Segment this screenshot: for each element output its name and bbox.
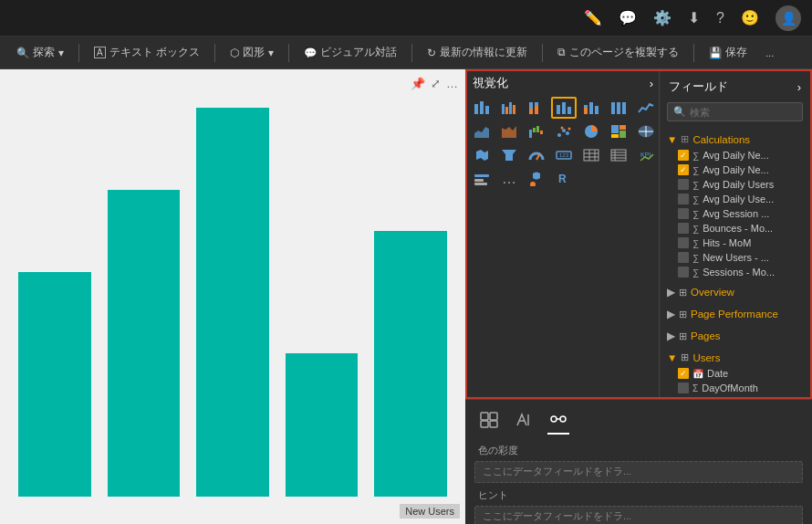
field-check-date: ✓ xyxy=(678,368,689,379)
viz-icon-filled-map[interactable] xyxy=(469,144,494,166)
visualization-title: 視覚化 xyxy=(473,75,508,91)
comment-icon[interactable]: 💬 xyxy=(619,9,637,26)
color-saturation-label: 色の彩度 xyxy=(465,442,812,459)
viz-icon-100pct-column[interactable] xyxy=(606,97,631,119)
toolbar-refresh[interactable]: ↻ 最新の情報に更新 xyxy=(420,42,535,63)
download-icon[interactable]: ⬇ xyxy=(688,9,700,26)
svg-rect-55 xyxy=(474,174,489,177)
viz-icon-stacked-column[interactable] xyxy=(578,97,604,119)
viz-tab-analytics-icon[interactable] xyxy=(547,409,569,435)
toolbar-shapes[interactable]: ⬡ 図形 ▾ xyxy=(223,42,281,63)
field-group-page-perf-header[interactable]: ▶ ⊞ Page Performance xyxy=(660,305,810,323)
field-group-overview: ▶ ⊞ Overview xyxy=(660,281,810,303)
hint-label: ヒント xyxy=(465,487,812,504)
svg-rect-1 xyxy=(480,101,484,114)
toolbar-save[interactable]: 💾 保存 xyxy=(702,42,755,63)
field-icon-date: 📅 xyxy=(692,369,703,379)
viz-tab-fields-icon[interactable] xyxy=(478,410,500,434)
viz-icon-100pct-bar[interactable] xyxy=(524,97,549,119)
fields-expand-icon[interactable]: › xyxy=(797,80,801,94)
svg-point-58 xyxy=(530,182,536,186)
pin-icon[interactable]: 📌 xyxy=(411,77,425,90)
pencil-icon[interactable]: ✏️ xyxy=(584,9,602,26)
save-icon: 💾 xyxy=(709,47,722,59)
viz-icon-stacked-bar[interactable] xyxy=(469,97,494,119)
field-item-avg-daily-use[interactable]: ∑ Avg Daily Use... xyxy=(660,192,810,206)
viz-icon-slicer[interactable] xyxy=(469,168,494,190)
viz-icon-treemap[interactable] xyxy=(606,121,631,142)
help-icon[interactable]: ? xyxy=(716,10,724,26)
gear-icon[interactable]: ⚙️ xyxy=(653,9,671,26)
svg-marker-22 xyxy=(502,126,516,138)
collapse-icon-overview: ▶ xyxy=(667,286,675,299)
viz-icon-pie[interactable] xyxy=(578,121,604,142)
viz-icon-map[interactable] xyxy=(633,121,659,142)
field-item-avg-daily-users[interactable]: ∑ Avg Daily Users xyxy=(660,177,810,192)
viz-icon-custom[interactable]: … xyxy=(496,168,522,190)
toolbar-search[interactable]: 🔍 探索 ▾ xyxy=(9,42,71,63)
toolbar-divider-3 xyxy=(288,44,289,62)
field-group-overview-header[interactable]: ▶ ⊞ Overview xyxy=(660,283,810,301)
toolbar-duplicate-page-label: このページを複製する xyxy=(569,46,679,59)
viz-icon-table[interactable] xyxy=(578,144,604,166)
field-label-7: Hits - MoM xyxy=(703,237,751,248)
viz-tab-format-icon[interactable] xyxy=(513,410,535,434)
field-item-avg-session[interactable]: ∑ Avg Session ... xyxy=(660,206,810,221)
viz-icon-card[interactable]: 123 xyxy=(551,144,577,166)
field-group-pages-header[interactable]: ▶ ⊞ Pages xyxy=(660,327,810,345)
fields-search-input[interactable] xyxy=(690,107,796,118)
toolbar-divider-1 xyxy=(78,44,79,62)
field-icon-6: ∑ xyxy=(692,224,699,234)
svg-point-30 xyxy=(561,127,564,130)
viz-icon-r-visual[interactable]: R xyxy=(551,168,577,190)
viz-icon-kpi[interactable]: KPI xyxy=(633,144,659,166)
field-group-calculations-header[interactable]: ▼ ⊞ Calculations xyxy=(660,131,810,148)
viz-icon-line[interactable] xyxy=(633,97,659,119)
hint-drop[interactable]: ここにデータフィールドをドラ... xyxy=(474,506,803,524)
fields-panel-header: フィールド › xyxy=(660,71,810,102)
field-item-date[interactable]: ✓ 📅 Date xyxy=(660,366,810,381)
visualization-expand-icon[interactable]: › xyxy=(650,77,653,90)
fields-search-container[interactable]: 🔍 xyxy=(667,102,803,121)
viz-icon-area[interactable] xyxy=(469,121,494,142)
viz-icon-python[interactable] xyxy=(524,168,549,190)
field-item-hits-mom[interactable]: ∑ Hits - MoM xyxy=(660,236,810,250)
viz-icon-gauge[interactable] xyxy=(524,144,549,166)
field-item-avg-daily-ne-2[interactable]: ✓ ∑ Avg Daily Ne... xyxy=(660,162,810,177)
viz-icon-ribbon[interactable] xyxy=(496,121,522,142)
viz-icon-funnel[interactable] xyxy=(496,144,522,166)
toolbar-more[interactable]: ... xyxy=(758,44,782,62)
toolbar-textbox[interactable]: A テキスト ボックス xyxy=(87,42,207,63)
svg-point-66 xyxy=(551,416,557,422)
viz-icon-column-chart[interactable] xyxy=(551,97,577,119)
svg-marker-21 xyxy=(474,127,489,138)
field-item-sessions-mo[interactable]: ∑ Sessions - Mo... xyxy=(660,265,810,279)
field-label-3: Avg Daily Users xyxy=(703,179,774,190)
expand-chart-icon[interactable]: ⤢ xyxy=(431,77,441,90)
field-square-3 xyxy=(678,179,689,190)
viz-icon-matrix[interactable] xyxy=(606,144,631,166)
toolbar-duplicate-page[interactable]: ⧉ このページを複製する xyxy=(550,42,686,63)
svg-rect-17 xyxy=(595,106,599,114)
svg-rect-3 xyxy=(502,104,505,114)
viz-bottom-panel: 色の彩度 ここにデータフィールドをドラ... ヒント ここにデータフィールドをド… xyxy=(465,399,812,524)
fields-search-icon: 🔍 xyxy=(673,106,686,118)
field-item-new-users[interactable]: ∑ New Users - ... xyxy=(660,250,810,265)
field-item-bounces-mom[interactable]: ∑ Bounces - Mo... xyxy=(660,221,810,236)
svg-rect-26 xyxy=(540,131,543,134)
svg-rect-25 xyxy=(536,126,539,132)
field-item-avg-daily-ne-1[interactable]: ✓ ∑ Avg Daily Ne... xyxy=(660,148,810,162)
title-bar: ✏️ 💬 ⚙️ ⬇ ? 🙂 👤 xyxy=(0,0,812,37)
viz-icon-waterfall[interactable] xyxy=(524,121,549,142)
field-group-users-header[interactable]: ▼ ⊞ Users xyxy=(660,349,810,366)
field-label-1: Avg Daily Ne... xyxy=(703,150,769,161)
field-item-dayofmonth[interactable]: Σ DayOfMonth xyxy=(660,381,810,395)
svg-marker-40 xyxy=(502,150,516,161)
toolbar-visual-interaction[interactable]: 💬 ビジュアル対話 xyxy=(297,42,404,63)
color-saturation-drop[interactable]: ここにデータフィールドをドラ... xyxy=(474,461,803,483)
viz-icon-scatter[interactable] xyxy=(551,121,577,142)
smiley-icon[interactable]: 🙂 xyxy=(741,9,759,26)
user-icon[interactable]: 👤 xyxy=(776,5,801,31)
chart-more-icon[interactable]: … xyxy=(446,77,458,90)
viz-icon-clustered-bar[interactable] xyxy=(496,97,522,119)
